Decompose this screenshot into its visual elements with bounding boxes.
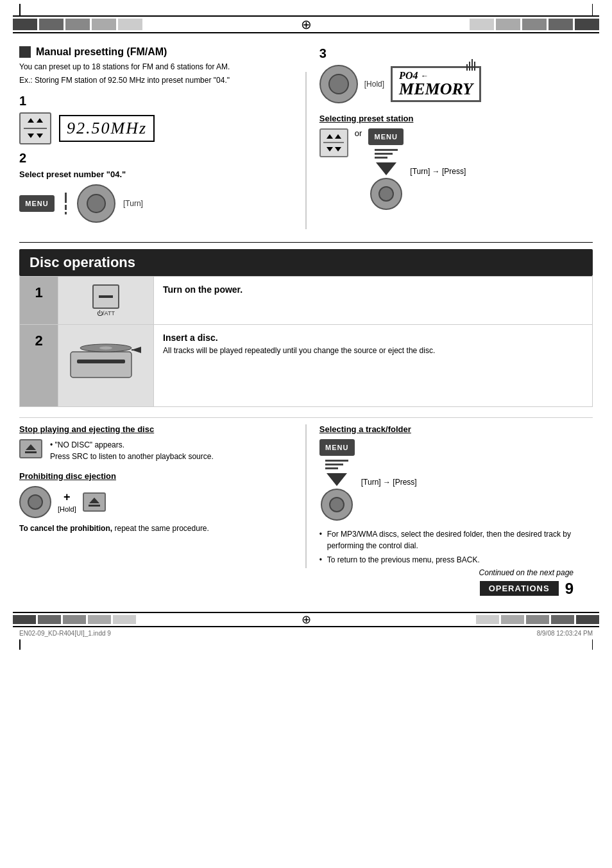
disc-insert-svg	[67, 333, 144, 397]
disc-ops-row2-text: Insert a disc. All tracks will be played…	[154, 324, 593, 406]
menu-button-select[interactable]: MENU	[368, 128, 404, 145]
disc-ops-row2-icon	[58, 324, 154, 406]
control-dial-select[interactable]	[370, 178, 402, 210]
stop-bullet-text: • "NO DISC" appears. Press SRC to listen…	[50, 439, 214, 462]
disc-ops-header: Disc operations	[19, 249, 593, 276]
turn-label-step2: [Turn]	[123, 199, 143, 208]
control-dial-step3[interactable]	[319, 65, 358, 103]
select-down-arrow[interactable]	[327, 147, 333, 152]
po4-arrow-left: ←	[420, 72, 428, 80]
select-up-arrow2[interactable]	[335, 134, 341, 139]
stop-playing-title: Stop playing and ejecting the disc	[19, 424, 293, 434]
eject-line-icon2	[89, 505, 100, 507]
prohibit-dial[interactable]	[19, 486, 51, 518]
disc-ops-row-1: 1 ⏻/ATT Turn on the power.	[20, 276, 593, 324]
compass-symbol-bottom: ⊕	[302, 612, 311, 627]
control-dial-track[interactable]	[321, 489, 353, 521]
menu-button-track[interactable]: MENU	[319, 439, 355, 456]
bullet-item-2: To return to the previous menu, press BA…	[319, 554, 593, 566]
ops-page-num: 9	[565, 580, 574, 598]
step2-number: 2	[19, 151, 293, 166]
disc-ops-row2-num: 2	[20, 324, 58, 406]
select-down-arrow2[interactable]	[335, 147, 341, 152]
manual-preset-example: Ex.: Storing FM station of 92.50 MHz int…	[19, 75, 293, 86]
power-sub-text: ⏻/ATT	[97, 310, 115, 317]
prohibit-row: + [Hold]	[19, 486, 293, 518]
menu-button-step2[interactable]: MENU	[19, 195, 55, 212]
main-divider	[19, 242, 593, 243]
select-up-arrow[interactable]	[327, 134, 333, 139]
svg-rect-0	[71, 352, 132, 378]
down-arrow-select	[376, 162, 396, 175]
hold-label: [Hold]	[58, 505, 76, 513]
disc-ops-row1-num: 1	[20, 276, 58, 324]
prohibiting-title: Prohibiting disc ejection	[19, 471, 293, 481]
svg-rect-1	[77, 360, 125, 363]
footer-right-text: 8/9/08 12:03:24 PM	[537, 630, 593, 637]
tune-up-arrow[interactable]	[28, 118, 34, 123]
step1-number: 1	[19, 94, 293, 108]
disc-ops-row1-text: Turn on the power.	[154, 276, 593, 324]
manual-preset-subtitle1: You can preset up to 18 stations for FM …	[19, 62, 293, 73]
title-box-icon	[19, 46, 31, 58]
hold-label-step3: [Hold]	[364, 80, 384, 89]
eject-button-prohibit[interactable]	[83, 492, 106, 512]
disc-ops-table: 1 ⏻/ATT Turn on the power. 2	[19, 276, 593, 407]
disc-ops-row-2: 2 Insert a disc. All track	[20, 324, 593, 406]
memory-text: MEMORY	[399, 80, 473, 98]
continued-text: Continued on the next page	[19, 568, 593, 577]
tune-up-arrow2[interactable]	[37, 118, 43, 123]
svg-point-3	[99, 346, 112, 349]
bottom-vert-divider	[305, 424, 307, 568]
bullet-item-1: For MP3/WMA discs, select the desired fo…	[319, 528, 593, 551]
plus-sign: +	[64, 490, 71, 504]
tune-down-arrow2[interactable]	[37, 134, 43, 138]
eject-triangle-icon	[26, 444, 36, 450]
turn-press-label: [Turn] → [Press]	[410, 167, 466, 176]
select-track-title: Selecting a track/folder	[319, 424, 593, 434]
tune-down-arrow[interactable]	[28, 134, 34, 138]
ops-badge: OPERATIONS	[480, 581, 559, 596]
turn-press-track: [Turn] → [Press]	[361, 478, 417, 487]
eject-line-icon	[25, 451, 37, 453]
select-station-title: Selecting preset station	[319, 114, 593, 123]
cancel-text: To cancel the prohibition, repeat the sa…	[19, 523, 293, 534]
or-text: or	[355, 128, 362, 138]
footer-left-text: EN02-09_KD-R404[UI]_1.indd 9	[19, 630, 111, 637]
eject-triangle-icon2	[89, 498, 99, 503]
frequency-display: 92.50MHz	[59, 115, 155, 142]
bottom-divider	[19, 417, 593, 418]
disc-ops-row1-icon: ⏻/ATT	[58, 276, 154, 324]
compass-symbol-top: ⊕	[301, 17, 312, 32]
manual-preset-title: Manual presetting (FM/AM)	[19, 46, 293, 58]
step3-number: 3	[319, 46, 593, 61]
control-dial-step2[interactable]	[77, 184, 115, 223]
eject-button[interactable]	[19, 439, 42, 458]
step2-label-text: Select preset number "04."	[19, 169, 293, 179]
down-arrow-track	[327, 473, 347, 486]
